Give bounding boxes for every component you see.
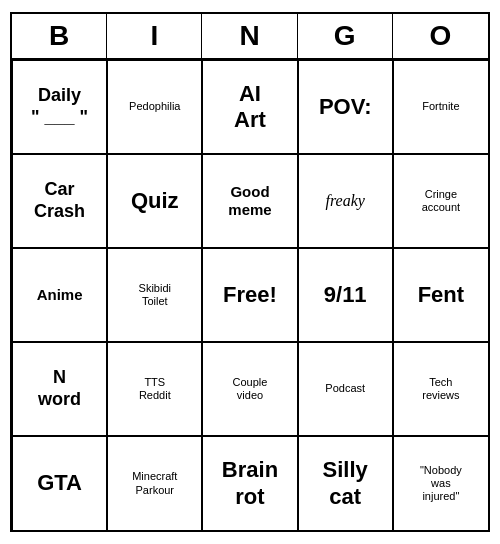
- bingo-cell: Couple video: [202, 342, 297, 436]
- bingo-cell: Brain rot: [202, 436, 297, 530]
- cell-label: 9/11: [324, 282, 367, 308]
- bingo-cell: Tech reviews: [393, 342, 488, 436]
- cell-label: Pedophilia: [129, 100, 180, 113]
- bingo-cell: 9/11: [298, 248, 393, 342]
- bingo-cell: Anime: [12, 248, 107, 342]
- header-letter: N: [202, 14, 297, 58]
- bingo-card: BINGO Daily " ___ "PedophiliaAI ArtPOV:F…: [10, 12, 490, 532]
- cell-label: GTA: [37, 470, 82, 496]
- cell-label: AI Art: [234, 81, 266, 134]
- bingo-cell: Quiz: [107, 154, 202, 248]
- header-letter: O: [393, 14, 488, 58]
- cell-label: Anime: [37, 286, 83, 304]
- bingo-cell: Car Crash: [12, 154, 107, 248]
- cell-label: Cringe account: [422, 188, 461, 214]
- bingo-cell: TTS Reddit: [107, 342, 202, 436]
- cell-label: Minecraft Parkour: [132, 470, 177, 496]
- bingo-cell: Cringe account: [393, 154, 488, 248]
- cell-label: Fent: [418, 282, 464, 308]
- cell-label: Skibidi Toilet: [139, 282, 171, 308]
- bingo-cell: Fent: [393, 248, 488, 342]
- bingo-cell: POV:: [298, 60, 393, 154]
- cell-label: Silly cat: [323, 457, 368, 510]
- bingo-cell: N word: [12, 342, 107, 436]
- bingo-cell: Daily " ___ ": [12, 60, 107, 154]
- bingo-cell: Free!: [202, 248, 297, 342]
- bingo-cell: Silly cat: [298, 436, 393, 530]
- bingo-cell: "Nobody was injured": [393, 436, 488, 530]
- bingo-cell: Good meme: [202, 154, 297, 248]
- cell-label: "Nobody was injured": [420, 464, 462, 504]
- bingo-cell: freaky: [298, 154, 393, 248]
- header-letter: G: [298, 14, 393, 58]
- cell-label: Couple video: [233, 376, 268, 402]
- cell-label: Quiz: [131, 188, 179, 214]
- bingo-cell: GTA: [12, 436, 107, 530]
- cell-label: N word: [38, 367, 81, 410]
- bingo-cell: Pedophilia: [107, 60, 202, 154]
- bingo-cell: Minecraft Parkour: [107, 436, 202, 530]
- cell-label: freaky: [326, 191, 365, 210]
- cell-label: Free!: [223, 282, 277, 308]
- cell-label: Brain rot: [222, 457, 278, 510]
- cell-label: POV:: [319, 94, 372, 120]
- bingo-grid: Daily " ___ "PedophiliaAI ArtPOV:Fortnit…: [12, 60, 488, 530]
- cell-label: TTS Reddit: [139, 376, 171, 402]
- header-letter: I: [107, 14, 202, 58]
- bingo-cell: Fortnite: [393, 60, 488, 154]
- cell-label: Podcast: [325, 382, 365, 395]
- cell-label: Good meme: [228, 183, 271, 219]
- bingo-cell: Skibidi Toilet: [107, 248, 202, 342]
- bingo-cell: AI Art: [202, 60, 297, 154]
- cell-label: Tech reviews: [422, 376, 459, 402]
- bingo-cell: Podcast: [298, 342, 393, 436]
- header-letter: B: [12, 14, 107, 58]
- cell-label: Daily " ___ ": [31, 85, 88, 128]
- bingo-header: BINGO: [12, 14, 488, 60]
- cell-label: Car Crash: [34, 179, 85, 222]
- cell-label: Fortnite: [422, 100, 459, 113]
